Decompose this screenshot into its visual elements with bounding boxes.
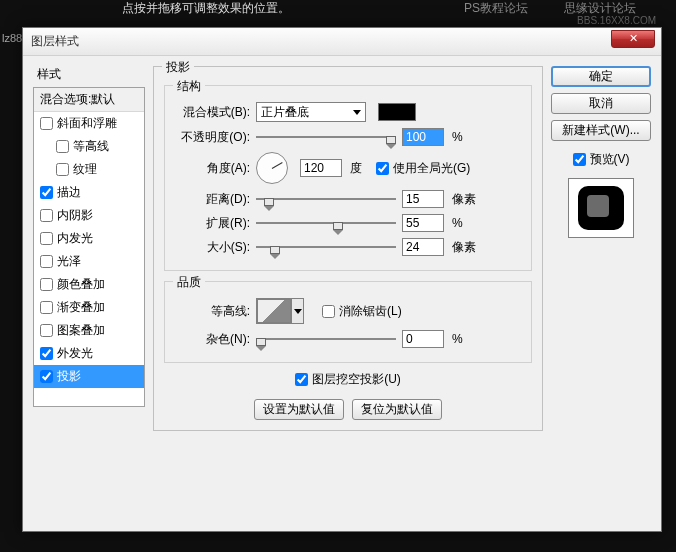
chevron-down-icon bbox=[294, 309, 302, 314]
layer-style-dialog: 图层样式 ✕ 样式 混合选项:默认 斜面和浮雕等高线纹理描边内阴影内发光光泽颜色… bbox=[22, 27, 662, 532]
style-item[interactable]: 描边 bbox=[34, 181, 144, 204]
style-item[interactable]: 渐变叠加 bbox=[34, 296, 144, 319]
structure-subgroup: 结构 混合模式(B): 正片叠底 不透明度(O): 100 % bbox=[164, 85, 532, 271]
distance-unit: 像素 bbox=[452, 191, 476, 208]
titlebar[interactable]: 图层样式 ✕ bbox=[23, 28, 661, 56]
structure-title: 结构 bbox=[173, 78, 205, 95]
opacity-unit: % bbox=[452, 130, 463, 144]
spread-slider[interactable] bbox=[256, 215, 396, 231]
preview-checkbox[interactable]: 预览(V) bbox=[551, 151, 651, 168]
size-unit: 像素 bbox=[452, 239, 476, 256]
blend-mode-select[interactable]: 正片叠底 bbox=[256, 102, 366, 122]
noise-input[interactable]: 0 bbox=[402, 330, 444, 348]
size-input[interactable]: 24 bbox=[402, 238, 444, 256]
knockout-checkbox[interactable]: 图层挖空投影(U) bbox=[295, 371, 401, 388]
noise-unit: % bbox=[452, 332, 463, 346]
style-item[interactable]: 斜面和浮雕 bbox=[34, 112, 144, 135]
contour-picker[interactable] bbox=[256, 298, 304, 324]
spread-unit: % bbox=[452, 216, 463, 230]
reset-default-button[interactable]: 复位为默认值 bbox=[352, 399, 442, 420]
style-item[interactable]: 光泽 bbox=[34, 250, 144, 273]
contour-dropdown[interactable] bbox=[291, 299, 303, 323]
angle-label: 角度(A): bbox=[175, 160, 250, 177]
shadow-color-swatch[interactable] bbox=[378, 103, 416, 121]
style-item[interactable]: 外发光 bbox=[34, 342, 144, 365]
distance-slider[interactable] bbox=[256, 191, 396, 207]
spread-label: 扩展(R): bbox=[175, 215, 250, 232]
size-label: 大小(S): bbox=[175, 239, 250, 256]
preview-box bbox=[568, 178, 634, 238]
distance-input[interactable]: 15 bbox=[402, 190, 444, 208]
style-item[interactable]: 等高线 bbox=[34, 135, 144, 158]
group-title: 投影 bbox=[162, 59, 194, 76]
style-item[interactable]: 内发光 bbox=[34, 227, 144, 250]
backdrop-hint: 点按并拖移可调整效果的位置。 bbox=[122, 0, 290, 17]
angle-dial[interactable] bbox=[256, 152, 288, 184]
side-column: 确定 取消 新建样式(W)... 预览(V) bbox=[551, 66, 651, 521]
angle-unit: 度 bbox=[350, 160, 362, 177]
style-item[interactable]: 投影 bbox=[34, 365, 144, 388]
styles-list: 混合选项:默认 斜面和浮雕等高线纹理描边内阴影内发光光泽颜色叠加渐变叠加图案叠加… bbox=[33, 87, 145, 407]
styles-column: 样式 混合选项:默认 斜面和浮雕等高线纹理描边内阴影内发光光泽颜色叠加渐变叠加图… bbox=[33, 66, 145, 521]
contour-preview bbox=[257, 299, 291, 323]
styles-heading: 样式 bbox=[37, 66, 145, 83]
quality-title: 品质 bbox=[173, 274, 205, 291]
preview-shape bbox=[578, 186, 624, 230]
spread-input[interactable]: 55 bbox=[402, 214, 444, 232]
watermark2: BBS.16XX8.COM bbox=[577, 15, 656, 26]
global-light-checkbox[interactable]: 使用全局光(G) bbox=[376, 160, 470, 177]
drop-shadow-group: 投影 结构 混合模式(B): 正片叠底 不透明度(O): bbox=[153, 66, 543, 431]
quality-subgroup: 品质 等高线: 消除锯齿(L) 杂色(N): bbox=[164, 281, 532, 363]
cancel-button[interactable]: 取消 bbox=[551, 93, 651, 114]
main-column: 投影 结构 混合模式(B): 正片叠底 不透明度(O): bbox=[153, 66, 543, 521]
angle-input[interactable]: 120 bbox=[300, 159, 342, 177]
noise-label: 杂色(N): bbox=[175, 331, 250, 348]
style-item[interactable]: 内阴影 bbox=[34, 204, 144, 227]
opacity-slider[interactable] bbox=[256, 129, 396, 145]
new-style-button[interactable]: 新建样式(W)... bbox=[551, 120, 651, 141]
blend-mode-label: 混合模式(B): bbox=[175, 104, 250, 121]
contour-label: 等高线: bbox=[175, 303, 250, 320]
style-item[interactable]: 颜色叠加 bbox=[34, 273, 144, 296]
distance-label: 距离(D): bbox=[175, 191, 250, 208]
style-item[interactable]: 纹理 bbox=[34, 158, 144, 181]
noise-slider[interactable] bbox=[256, 331, 396, 347]
dialog-title: 图层样式 bbox=[31, 33, 79, 50]
ok-button[interactable]: 确定 bbox=[551, 66, 651, 87]
opacity-label: 不透明度(O): bbox=[175, 129, 250, 146]
opacity-input[interactable]: 100 bbox=[402, 128, 444, 146]
antialias-checkbox[interactable]: 消除锯齿(L) bbox=[322, 303, 402, 320]
watermark-ps: PS教程论坛 bbox=[464, 0, 528, 17]
chevron-down-icon bbox=[353, 110, 361, 115]
blend-options-row[interactable]: 混合选项:默认 bbox=[34, 88, 144, 112]
set-default-button[interactable]: 设置为默认值 bbox=[254, 399, 344, 420]
style-item[interactable]: 图案叠加 bbox=[34, 319, 144, 342]
size-slider[interactable] bbox=[256, 239, 396, 255]
close-button[interactable]: ✕ bbox=[611, 30, 655, 48]
lz-tag: lz88 bbox=[2, 32, 22, 44]
